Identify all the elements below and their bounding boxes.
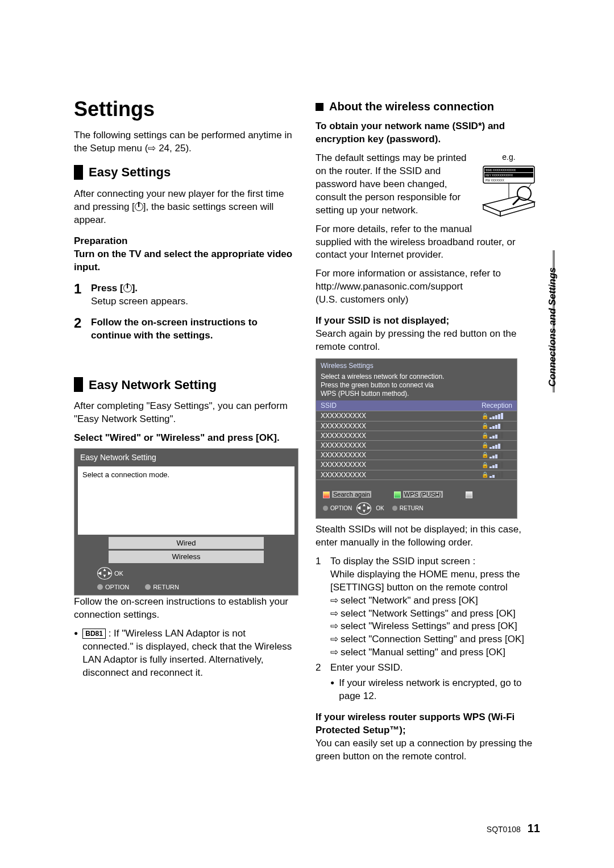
select-wired-wireless: Select "Wired" or "Wireless" and press [… bbox=[74, 432, 298, 445]
dot-icon bbox=[145, 584, 151, 590]
easy-network-screenshot: Easy Network Setting Select a connection… bbox=[74, 448, 298, 596]
ok-label: OK bbox=[376, 505, 384, 512]
lock-icon: 🔒 bbox=[482, 422, 489, 430]
page-number: 11 bbox=[528, 822, 540, 835]
heading-bar-icon bbox=[74, 165, 83, 180]
dot-icon bbox=[392, 506, 397, 511]
list-item: XXXXXXXXXX🔒 bbox=[316, 431, 517, 440]
return-label: RETURN bbox=[400, 505, 424, 512]
ssid-header: SSID bbox=[321, 401, 482, 410]
ssid-not-displayed-heading: If your SSID is not displayed; bbox=[316, 315, 540, 328]
ws-footer: OPTION ▲▼◀▶ OK RETURN bbox=[316, 501, 517, 518]
ssid-step-1-title: To display the SSID input screen : bbox=[330, 555, 540, 568]
search-again-text: Search again by pressing the red button … bbox=[316, 328, 540, 354]
step-number: 1 bbox=[74, 282, 85, 308]
page-title: Settings bbox=[74, 96, 298, 123]
support-url-text: For more information or assistance, refe… bbox=[316, 268, 501, 292]
step-2-text: Follow the on-screen instructions to con… bbox=[91, 317, 258, 341]
preparation-text: Turn on the TV and select the appropriat… bbox=[74, 248, 298, 274]
easy-network-heading: Easy Network Setting bbox=[74, 377, 298, 394]
ws-desc: Select a wireless network for connection… bbox=[316, 373, 517, 400]
signal-icon bbox=[489, 413, 512, 419]
obtain-ssid-heading: To obtain your network name (SSID*) and … bbox=[316, 120, 540, 146]
dot-icon bbox=[97, 584, 103, 590]
section-tab: Connections and Settings bbox=[541, 250, 553, 392]
ssid-step-1e: select "Connection Setting" and press [O… bbox=[330, 633, 540, 646]
bullet-icon: ● bbox=[330, 677, 334, 703]
screenshot-prompt: Select a connection mode. bbox=[82, 470, 169, 479]
option-wireless: Wireless bbox=[109, 551, 264, 563]
easy-network-heading-text: Easy Network Setting bbox=[89, 377, 217, 394]
ssid-step-2: 2 Enter your SSID. ● If your wireless ne… bbox=[316, 662, 540, 703]
option-label: OPTION bbox=[330, 505, 352, 512]
ok-label: OK bbox=[114, 569, 123, 578]
step-body: To display the SSID input screen : While… bbox=[330, 555, 540, 660]
ssid-step-1b: select "Network" and press [OK] bbox=[330, 594, 540, 607]
signal-icon bbox=[489, 472, 512, 478]
stealth-ssid-text: Stealth SSIDs will not be displayed; in … bbox=[316, 523, 540, 549]
lock-icon: 🔒 bbox=[482, 461, 489, 469]
lock-icon: 🔒 bbox=[482, 451, 489, 459]
bullet-icon: ● bbox=[74, 627, 78, 680]
encrypted-note-text: If your wireless network is encrypted, g… bbox=[339, 677, 540, 703]
screenshot-footer: ▲▼◀▶ OK bbox=[74, 565, 298, 583]
signal-icon bbox=[489, 443, 512, 449]
step-body: Enter your SSID. ● If your wireless netw… bbox=[330, 662, 540, 703]
step-number: 1 bbox=[316, 555, 323, 660]
heading-bar-icon bbox=[74, 377, 83, 392]
screenshot-body: Select a connection mode. bbox=[78, 466, 294, 535]
wps-heading: If your wireless router supports WPS (Wi… bbox=[316, 711, 540, 737]
lock-icon: 🔒 bbox=[482, 432, 489, 440]
preparation-label: Preparation bbox=[74, 235, 298, 248]
list-item: XXXXXXXXXX🔒 bbox=[316, 460, 517, 469]
power-icon bbox=[135, 202, 143, 211]
ssid-step-1c: select "Network Settings" and press [OK] bbox=[330, 607, 540, 621]
bd81-note: ● BD81 : If "Wireless LAN Adaptor is not… bbox=[74, 627, 298, 680]
easy-network-intro: After completing "Easy Settings", you ca… bbox=[74, 400, 298, 426]
manual-page: Settings The following settings can be p… bbox=[0, 0, 614, 797]
option-label: OPTION bbox=[105, 583, 129, 592]
ssid-step-1: 1 To display the SSID input screen : Whi… bbox=[316, 555, 540, 660]
section-tab-label: Connections and Settings bbox=[547, 267, 558, 387]
ssid-step-1a: While displaying the HOME menu, press th… bbox=[330, 568, 540, 594]
right-column: About the wireless connection To obtain … bbox=[316, 96, 540, 763]
return-label: RETURN bbox=[153, 583, 179, 592]
signal-icon bbox=[489, 452, 512, 458]
option-wired: Wired bbox=[109, 537, 264, 549]
list-item: XXXXXXXXXX🔒 bbox=[316, 440, 517, 450]
bd81-text-wrap: BD81 : If "Wireless LAN Adaptor is not c… bbox=[82, 627, 298, 680]
list-item: XXXXXXXXXX🔒 bbox=[316, 450, 517, 460]
svg-text:KEY XXXXXXXXXXX: KEY XXXXXXXXXXX bbox=[486, 173, 513, 177]
model-badge: BD81 bbox=[82, 629, 106, 639]
page-intro: The following settings can be performed … bbox=[74, 129, 298, 155]
lock-icon: 🔒 bbox=[482, 412, 489, 420]
router-illustration: e.g. SSID SSID XXXXXXXXXXXX KEY XXXXXXXX… bbox=[478, 152, 540, 223]
square-bullet-icon bbox=[316, 103, 323, 111]
wps-text: You can easily set up a connection by pr… bbox=[316, 737, 540, 763]
router-icon: SSID SSID XXXXXXXXXXXX KEY XXXXXXXXXXX P… bbox=[478, 165, 540, 222]
list-item: XXXXXXXXXX🔒 bbox=[316, 411, 517, 420]
search-again: Search again bbox=[323, 490, 371, 499]
wps-push: WPS (PUSH) bbox=[394, 490, 443, 499]
dpad-icon: ▲▼◀▶ bbox=[97, 567, 112, 580]
encrypted-note: ● If your wireless network is encrypted,… bbox=[330, 677, 540, 703]
screenshot-footer-2: OPTION RETURN bbox=[74, 583, 298, 595]
step-1-sub: Setup screen appears. bbox=[91, 296, 188, 307]
doc-code: SQT0108 bbox=[487, 825, 521, 834]
ssid-step-1f: select "Manual setting" and press [OK] bbox=[330, 646, 540, 659]
easy-settings-heading-text: Easy Settings bbox=[89, 164, 171, 181]
ws-buttons: Search again WPS (PUSH) bbox=[316, 487, 517, 501]
svg-text:PW XXXXXXX: PW XXXXXXX bbox=[486, 179, 504, 182]
about-wireless-text: About the wireless connection bbox=[329, 99, 494, 114]
lock-icon: 🔒 bbox=[482, 441, 489, 449]
us-only-text: (U.S. customers only) bbox=[316, 294, 408, 305]
green-button-icon bbox=[394, 491, 401, 498]
follow-instructions: Follow the on-screen instructions to est… bbox=[74, 596, 298, 622]
signal-icon bbox=[489, 462, 512, 468]
signal-icon bbox=[489, 423, 512, 429]
ssid-step-2-title: Enter your SSID. bbox=[330, 662, 540, 675]
power-icon bbox=[123, 284, 132, 292]
ws-title: Wireless Settings bbox=[316, 359, 517, 373]
wireless-settings-screenshot: Wireless Settings Select a wireless netw… bbox=[316, 358, 517, 519]
button-icon bbox=[466, 491, 472, 498]
